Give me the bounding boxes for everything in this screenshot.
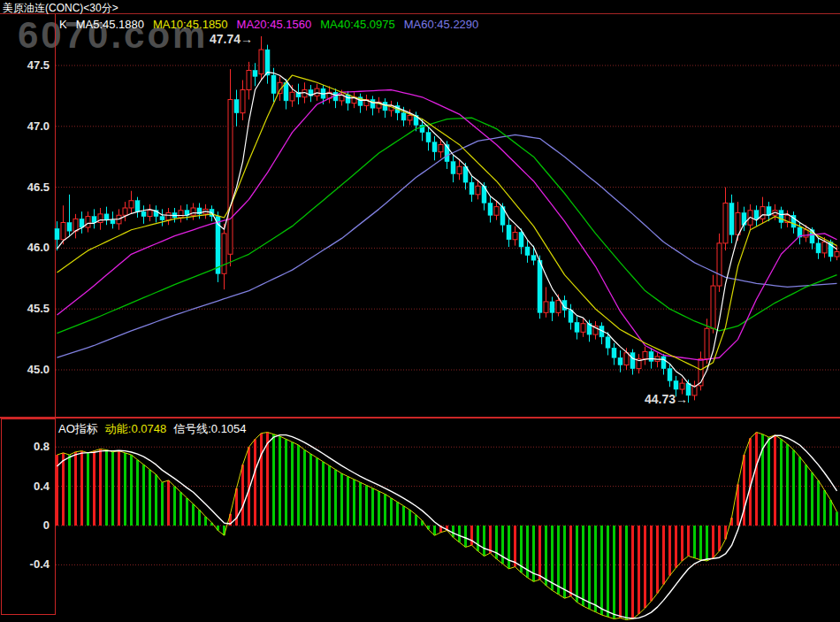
ao-signal-value: 信号线:0.1054 — [173, 421, 246, 437]
high-price-annotation: 47.74→ — [210, 32, 253, 46]
legend-ma5: MA5:45.1880 — [76, 18, 144, 31]
y-axis-tick-label: 0 — [0, 518, 50, 532]
trading-app-window: 6070.com 美原油连(CONC)<30分> K MA5:45.1880 M… — [0, 0, 840, 622]
title-bar: 美原油连(CONC)<30分> — [0, 0, 840, 14]
legend-ma60: MA60:45.2290 — [404, 18, 479, 31]
low-price-annotation: 44.73→ — [645, 392, 688, 406]
y-axis-tick-label: 46.5 — [0, 180, 50, 194]
y-axis-tick-label: 0.8 — [0, 440, 50, 453]
y-axis-tick-label: 47.0 — [0, 119, 50, 133]
ao-indicator-legend: AO指标 动能:0.0748 信号线:0.1054 — [58, 421, 247, 437]
legend-ma10: MA10:45.1850 — [153, 18, 228, 31]
legend-ma40: MA40:45.0975 — [320, 18, 395, 31]
legend-k-label: K — [59, 18, 67, 31]
ma-legend: K MA5:45.1880 MA10:45.1850 MA20:45.1560 … — [59, 18, 478, 31]
y-axis-tick-label: 45.5 — [0, 302, 50, 315]
window-title: 美原油连(CONC)<30分> — [3, 1, 118, 16]
y-axis-tick-label: 0.4 — [0, 480, 50, 493]
y-axis-tick-label: 47.5 — [0, 58, 50, 72]
chart-canvas[interactable] — [0, 0, 840, 622]
legend-ma20: MA20:45.1560 — [237, 18, 312, 31]
y-axis-tick-label: 46.0 — [0, 241, 50, 254]
ao-momentum-value: 动能:0.0748 — [105, 421, 166, 437]
y-axis-tick-label: 45.0 — [0, 363, 50, 376]
ao-indicator-name: AO指标 — [58, 421, 98, 437]
y-axis-tick-label: -0.4 — [0, 557, 50, 571]
